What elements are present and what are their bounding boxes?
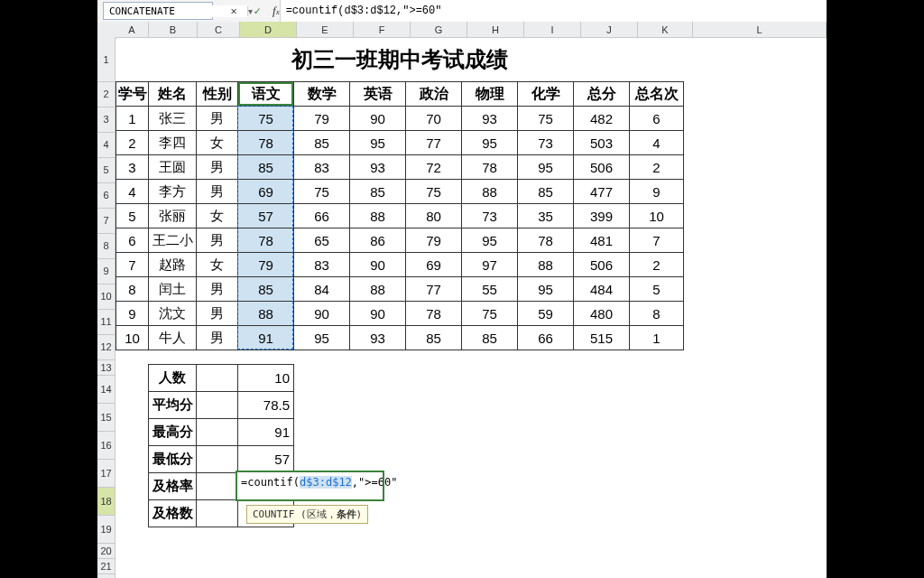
cell[interactable] (197, 500, 238, 527)
row-header[interactable]: 6 (97, 183, 116, 209)
cell[interactable]: 95 (462, 131, 518, 155)
row-header[interactable]: 9 (97, 259, 116, 284)
cell[interactable]: 7 (630, 228, 684, 253)
row-header[interactable]: 15 (97, 404, 116, 432)
row-header[interactable]: 21 (97, 559, 116, 574)
cell[interactable]: 78 (406, 302, 462, 326)
cell[interactable]: 男 (197, 107, 238, 131)
cell[interactable]: 7 (116, 253, 149, 277)
cell[interactable]: 95 (518, 277, 574, 302)
cell[interactable]: 78 (462, 155, 518, 180)
cell[interactable]: 35 (518, 204, 574, 228)
col-header-J[interactable]: J (581, 22, 638, 38)
formula-bar-input[interactable]: =countif(d$3:d$12,">=60" (280, 0, 827, 22)
cell[interactable]: 73 (462, 204, 518, 228)
cell[interactable]: 88 (238, 302, 294, 326)
row-header[interactable]: 5 (97, 158, 116, 183)
cell[interactable]: 6 (116, 228, 149, 253)
cell[interactable]: 1 (116, 107, 149, 131)
summary-value[interactable]: 10 (238, 365, 294, 392)
cell[interactable]: 78 (238, 228, 294, 253)
col-header-I[interactable]: I (524, 22, 581, 38)
cell[interactable]: 482 (574, 107, 630, 131)
cell[interactable]: 5 (116, 204, 149, 228)
cell[interactable]: 480 (574, 302, 630, 326)
cell[interactable]: 80 (406, 204, 462, 228)
cell[interactable]: 70 (406, 107, 462, 131)
cell[interactable]: 59 (518, 302, 574, 326)
row-header[interactable]: 18 (97, 488, 116, 516)
cell[interactable]: 男 (197, 277, 238, 302)
col-header-F[interactable]: F (354, 22, 411, 38)
row-header[interactable]: 4 (97, 133, 116, 158)
cell[interactable]: 8 (116, 277, 149, 302)
cell[interactable]: 85 (462, 326, 518, 350)
name-box[interactable]: ▾ (103, 2, 213, 20)
cell[interactable]: 88 (518, 253, 574, 277)
col-header-K[interactable]: K (638, 22, 693, 38)
row-header[interactable]: 1 (97, 38, 116, 82)
cell[interactable]: 57 (238, 204, 294, 228)
cells-area[interactable]: 初三一班期中考试成绩 学号 姓名 性别 语文 数学 英语 政治 物理 化学 总分 (116, 38, 827, 578)
cell[interactable]: 张丽 (149, 204, 197, 228)
cell[interactable]: 4 (116, 180, 149, 204)
cell[interactable]: 2 (630, 155, 684, 180)
cell[interactable]: 79 (406, 228, 462, 253)
select-all-corner[interactable] (97, 22, 116, 39)
cell[interactable]: 4 (630, 131, 684, 155)
cell[interactable]: 84 (294, 277, 350, 302)
col-header-L[interactable]: L (693, 22, 827, 38)
cell[interactable]: 90 (350, 107, 406, 131)
cell[interactable]: 10 (116, 326, 149, 350)
row-header[interactable]: 2 (97, 82, 116, 107)
active-cell-editor[interactable]: =countif(d$3:d$12,">=60" (237, 472, 383, 499)
cell[interactable]: 55 (462, 277, 518, 302)
col-header-D[interactable]: D (240, 22, 297, 38)
cell[interactable]: 75 (462, 302, 518, 326)
cell[interactable]: 李方 (149, 180, 197, 204)
cell[interactable] (197, 365, 238, 392)
cell[interactable]: 赵路 (149, 253, 197, 277)
cell[interactable]: 72 (406, 155, 462, 180)
cell[interactable]: 88 (350, 277, 406, 302)
cell[interactable]: 69 (406, 253, 462, 277)
cancel-icon[interactable]: ✕ (226, 5, 242, 17)
cell[interactable]: 77 (406, 131, 462, 155)
cell[interactable]: 481 (574, 228, 630, 253)
cell[interactable]: 484 (574, 277, 630, 302)
col-header-B[interactable]: B (149, 22, 198, 38)
row-header[interactable]: 3 (97, 107, 116, 133)
cell[interactable]: 张三 (149, 107, 197, 131)
cell[interactable]: 93 (350, 155, 406, 180)
cell[interactable]: 66 (518, 326, 574, 350)
cell[interactable] (197, 473, 238, 500)
row-header[interactable]: 8 (97, 234, 116, 259)
row-header[interactable]: 10 (97, 284, 116, 310)
col-header-H[interactable]: H (467, 22, 524, 38)
row-header[interactable]: 17 (97, 460, 116, 488)
cell[interactable]: 8 (630, 302, 684, 326)
row-header[interactable]: 16 (97, 432, 116, 460)
cell[interactable]: 女 (197, 253, 238, 277)
cell[interactable]: 79 (294, 107, 350, 131)
cell[interactable]: 503 (574, 131, 630, 155)
cell[interactable]: 506 (574, 155, 630, 180)
accept-icon[interactable]: ✓ (249, 5, 265, 17)
row-header[interactable]: 12 (97, 335, 116, 360)
cell[interactable]: 1 (630, 326, 684, 350)
cell[interactable]: 牛人 (149, 326, 197, 350)
cell[interactable]: 沈文 (149, 302, 197, 326)
col-header-E[interactable]: E (297, 22, 354, 38)
cell[interactable]: 男 (197, 228, 238, 253)
cell[interactable]: 9 (630, 180, 684, 204)
cell[interactable]: 69 (238, 180, 294, 204)
cell[interactable]: 闰土 (149, 277, 197, 302)
cell[interactable]: 506 (574, 253, 630, 277)
cell[interactable]: 王圆 (149, 155, 197, 180)
cell[interactable]: 399 (574, 204, 630, 228)
cell[interactable]: 李四 (149, 131, 197, 155)
row-header[interactable]: 22 (97, 574, 116, 578)
cell[interactable]: 86 (350, 228, 406, 253)
cell[interactable]: 90 (294, 302, 350, 326)
cell[interactable]: 5 (630, 277, 684, 302)
